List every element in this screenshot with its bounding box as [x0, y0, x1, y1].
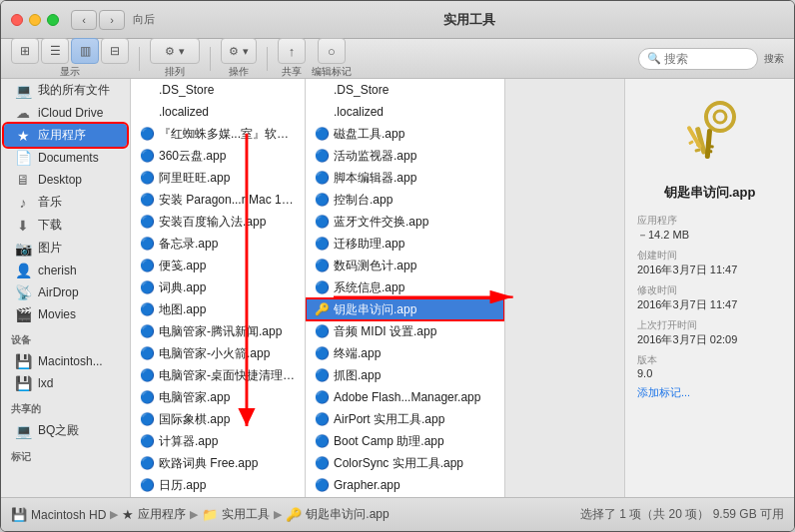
col2-item-airport[interactable]: 🔵 AirPort 实用工具.app — [306, 408, 504, 430]
col1-item-oulu[interactable]: 🔵 欧路词典 Free.app — [131, 452, 305, 474]
sidebar-label-lxd: lxd — [38, 376, 53, 390]
col2-item-sysinfo[interactable]: 🔵 系统信息.app — [306, 276, 504, 298]
sidebar-label-bq: BQ之殿 — [38, 422, 79, 439]
bq-icon: 💻 — [14, 423, 32, 439]
search-input[interactable] — [664, 52, 754, 66]
sidebar-item-photos[interactable]: 📷 图片 — [4, 237, 127, 260]
col2-item-terminal[interactable]: 🔵 终端.app — [306, 342, 504, 364]
col1-item-paragon[interactable]: 🔵 安装 Paragon...r Mac 14.app — [131, 189, 305, 211]
sidebar-item-airdrop[interactable]: 📡 AirDrop — [4, 281, 127, 303]
sidebar-item-documents[interactable]: 📄 Documents — [4, 147, 127, 169]
sort-btn[interactable]: ⚙ ▾ — [150, 38, 200, 64]
col1-item-player[interactable]: 🔵 射手影音.app — [131, 496, 305, 497]
sidebar-item-bq[interactable]: 💻 BQ之殿 — [4, 419, 127, 442]
preview-panel: 钥匙串访问.app 应用程序 －14.2 MB 创建时间 2016年3月7日 1… — [624, 79, 794, 497]
view-flow-btn[interactable]: ⊟ — [101, 38, 129, 64]
tag-label: 编辑标记 — [312, 65, 352, 79]
sidebar-item-cherish[interactable]: 👤 cherish — [4, 260, 127, 281]
action-btn[interactable]: ⚙ ▾ — [221, 38, 257, 64]
search-box[interactable]: 🔍 — [638, 48, 758, 70]
breadcrumb-item-mac[interactable]: 💾 Macintosh HD — [11, 507, 106, 522]
view-group: ⊞ ☰ ▥ ⊟ 显示 — [11, 38, 129, 79]
sidebar-item-downloads[interactable]: ⬇ 下载 — [4, 214, 127, 237]
col1-item-dict[interactable]: 🔵 词典.app — [131, 276, 305, 298]
close-button[interactable] — [11, 14, 23, 26]
meta-tag: 添加标记... — [637, 385, 782, 400]
minimize-button[interactable] — [29, 14, 41, 26]
col2-item-activity[interactable]: 🔵 活动监视器.app — [306, 145, 504, 167]
col2-item-bt[interactable]: 🔵 蓝牙文件交换.app — [306, 211, 504, 233]
sidebar-item-lxd[interactable]: 💾 lxd — [4, 372, 127, 394]
preview-filename: 钥匙串访问.app — [664, 184, 756, 202]
sidebar: 💻 我的所有文件 ☁ iCloud Drive ★ 应用程序 📄 Documen… — [1, 79, 131, 497]
col2-item-bootcamp[interactable]: 🔵 Boot Camp 助理.app — [306, 430, 504, 452]
app2-icon: 🔵 — [314, 215, 330, 229]
sidebar-item-music[interactable]: ♪ 音乐 — [4, 191, 127, 214]
apps-bc-icon: ★ — [122, 507, 134, 522]
breadcrumb-item-utilities[interactable]: 📁 实用工具 — [202, 506, 270, 523]
meta-modified: 修改时间 2016年3月7日 11:47 — [637, 283, 782, 312]
col2-item-keychain[interactable]: 🔑 钥匙串访问.app — [306, 298, 504, 320]
sidebar-item-macintosh[interactable]: 💾 Macintosh... — [4, 350, 127, 372]
view-icon-btn[interactable]: ⊞ — [11, 38, 39, 64]
col1-item-sticky[interactable]: 🔵 便笺.app — [131, 255, 305, 276]
col1-item-baidu[interactable]: 🔵 安装百度输入法.app — [131, 211, 305, 233]
col1-item-calendar[interactable]: 🔵 日历.app — [131, 474, 305, 496]
col1-item-360[interactable]: 🔵 360云盘.app — [131, 145, 305, 167]
search-icon: 🔍 — [647, 52, 661, 65]
maximize-button[interactable] — [47, 14, 59, 26]
col2-item-flash[interactable]: 🔵 Adobe Flash...Manager.app — [306, 386, 504, 408]
app2-icon: 🔵 — [314, 149, 330, 163]
breadcrumb-item-apps[interactable]: ★ 应用程序 — [122, 506, 186, 523]
meta-version: 版本 9.0 — [637, 353, 782, 379]
view-list-btn[interactable]: ☰ — [41, 38, 69, 64]
sort-label: 排列 — [165, 65, 185, 79]
sidebar-label-cherish: cherish — [38, 264, 77, 277]
col2-item-ds[interactable]: .DS_Store — [306, 79, 504, 101]
breadcrumb: 💾 Macintosh HD ▶ ★ 应用程序 ▶ 📁 实用工具 ▶ 🔑 钥匙串… — [11, 506, 390, 523]
col1-item-dngjia-rocket[interactable]: 🔵 电脑管家-小火箭.app — [131, 342, 305, 364]
view-column-btn[interactable]: ▥ — [71, 38, 99, 64]
col2-item-colorsync[interactable]: 🔵 ColorSync 实用工具.app — [306, 452, 504, 474]
col2-item-console[interactable]: 🔵 控制台.app — [306, 189, 504, 211]
col1-item-localized[interactable]: .localized — [131, 101, 305, 123]
col2-item-color[interactable]: 🔵 数码测色计.app — [306, 255, 504, 276]
breadcrumb-item-keychain[interactable]: 🔑 钥匙串访问.app — [286, 506, 389, 523]
col1-item-chess[interactable]: 🔵 国际象棋.app — [131, 408, 305, 430]
sidebar-item-icloud[interactable]: ☁ iCloud Drive — [4, 102, 127, 124]
col2-item-migrate[interactable]: 🔵 迁移助理.app — [306, 233, 504, 255]
documents-icon: 📄 — [14, 150, 32, 166]
col1-item-dngjia-news[interactable]: 🔵 电脑管家-腾讯新闻.app — [131, 320, 305, 342]
add-tag-link[interactable]: 添加标记... — [637, 385, 782, 400]
main-area: 💻 我的所有文件 ☁ iCloud Drive ★ 应用程序 📄 Documen… — [1, 79, 794, 497]
col1-item-dngjia-clean[interactable]: 🔵 电脑管家-桌面快捷清理.app — [131, 364, 305, 386]
col2-item-disk[interactable]: 🔵 磁盘工具.app — [306, 123, 504, 145]
col1-item-notes[interactable]: 🔵 备忘录.app — [131, 233, 305, 255]
col1-item-ali[interactable]: 🔵 阿里旺旺.app — [131, 167, 305, 189]
tag-btn[interactable]: ○ — [318, 38, 346, 64]
forward-button[interactable]: › — [99, 10, 125, 30]
movies-icon: 🎬 — [14, 306, 32, 322]
col1-item-dngjia[interactable]: 🔵 电脑管家.app — [131, 386, 305, 408]
app-icon: 🔵 — [139, 215, 155, 229]
col2-item-voiceover[interactable]: 🔵 VoiceOver 实用工具.app — [306, 496, 504, 497]
svg-rect-9 — [707, 145, 713, 149]
bc-sep1: ▶ — [110, 508, 118, 521]
col2-item-midi[interactable]: 🔵 音频 MIDI 设置.app — [306, 320, 504, 342]
sidebar-item-movies[interactable]: 🎬 Movies — [4, 303, 127, 325]
col2-item-grapher[interactable]: 🔵 Grapher.app — [306, 474, 504, 496]
col1-item-calc[interactable]: 🔵 计算器.app — [131, 430, 305, 452]
col2-item-localized[interactable]: .localized — [306, 101, 504, 123]
col1-item-hongzhi[interactable]: 🔵 『红蜘蛛多媒...室』软件.app — [131, 123, 305, 145]
col1-item-ds[interactable]: .DS_Store — [131, 79, 305, 101]
share-btn[interactable]: ↑ — [278, 38, 306, 64]
sidebar-item-myfiles[interactable]: 💻 我的所有文件 — [4, 79, 127, 102]
sort-group: ⚙ ▾ 排列 — [150, 38, 200, 79]
col2-item-script[interactable]: 🔵 脚本编辑器.app — [306, 167, 504, 189]
sidebar-item-apps[interactable]: ★ 应用程序 — [4, 124, 127, 147]
sidebar-item-desktop[interactable]: 🖥 Desktop — [4, 169, 127, 191]
col1-item-map[interactable]: 🔵 地图.app — [131, 298, 305, 320]
back-button[interactable]: ‹ — [71, 10, 97, 30]
col2-item-grab[interactable]: 🔵 抓图.app — [306, 364, 504, 386]
bc-sep3: ▶ — [274, 508, 282, 521]
